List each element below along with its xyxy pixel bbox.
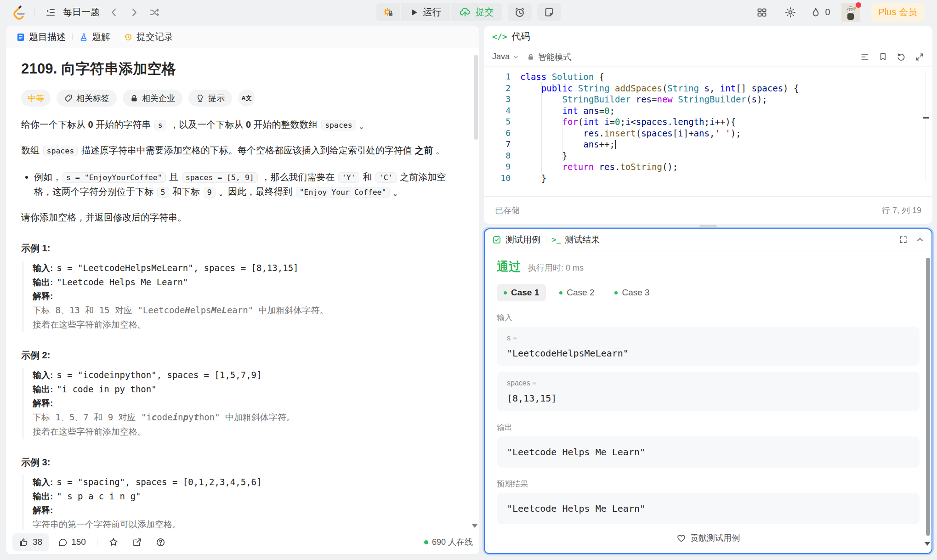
language-select[interactable]: Java (492, 52, 519, 62)
example-row-label: 输入: (33, 477, 53, 487)
like-button[interactable]: 38 (12, 533, 49, 551)
notification-dot (856, 2, 861, 8)
daily-question-label[interactable]: 每日一题 (63, 6, 100, 18)
code-line-text[interactable]: return res.toString(); (511, 161, 932, 173)
text-segment: } (520, 151, 568, 161)
code-line: 3 StringBuilder res=new StringBuilder(s)… (484, 94, 932, 105)
inline-code: 'C' (375, 172, 397, 183)
text-segment: ( (662, 83, 667, 93)
code-line-text[interactable]: int ans=0; (511, 105, 932, 117)
avatar[interactable] (841, 3, 860, 22)
text-segment: s = "LeetcodeHelpsMeLearn", spaces = [8,… (57, 263, 298, 273)
gear-icon[interactable] (782, 4, 799, 21)
problem-bullet: 例如，s = "EnjoyYourCoffee" 且 spaces = [5, … (34, 170, 459, 199)
inline-code: 5 (157, 187, 169, 198)
related-tags-button[interactable]: 相关标签 (57, 90, 117, 107)
text-segment: int (720, 83, 736, 93)
text-segment (594, 162, 599, 172)
code-line-text[interactable]: class Solution { (511, 71, 932, 83)
translate-button[interactable]: A文 (238, 90, 255, 107)
share-button[interactable] (128, 533, 147, 551)
text-segment: L (221, 305, 227, 315)
code-line-text[interactable]: StringBuilder res=new StringBuilder(s); (511, 94, 932, 105)
text-segment: ++; (599, 139, 615, 149)
line-number: 7 (484, 139, 511, 150)
text-segment: ans (583, 106, 599, 116)
case-tab-1[interactable]: Case 1 (497, 284, 546, 301)
case-tab-2[interactable]: Case 2 (552, 284, 601, 301)
text-segment: i (173, 412, 178, 422)
streak-counter[interactable]: 0 (810, 7, 830, 18)
code-line-text[interactable]: ans++; (511, 139, 932, 150)
collapse-panel-icon[interactable] (916, 236, 924, 244)
tab-testcase[interactable]: 测试用例 (492, 234, 540, 246)
code-editor[interactable]: 1class Solution {2 public String addSpac… (484, 67, 932, 196)
leetcode-logo-icon[interactable] (12, 5, 27, 20)
text-segment: StringBuilder (678, 94, 746, 104)
debug-button[interactable] (376, 3, 400, 21)
text-segment: y (188, 412, 193, 422)
tab-submissions[interactable]: 提交记录 (124, 31, 173, 43)
code-line-text[interactable]: } (511, 173, 932, 184)
code-line-text[interactable]: for(int i=0;i<spaces.length;i++){ (511, 116, 932, 128)
shuffle-icon[interactable] (146, 4, 163, 21)
help-button[interactable] (151, 533, 170, 551)
related-tags-label: 相关标签 (76, 93, 109, 104)
contribute-testcase-button[interactable]: 贡献测试用例 (497, 532, 920, 549)
text-segment: p (183, 412, 188, 422)
format-code-icon[interactable] (860, 52, 869, 62)
right-column: </> 代码 Java 智能模式 (484, 26, 932, 554)
text-segment: 0 (615, 117, 620, 127)
left-scrollbar-thumb[interactable] (474, 55, 478, 140)
related-companies-button[interactable]: 相关企业 (123, 90, 182, 107)
text-segment: = (610, 117, 615, 127)
tab-solutions[interactable]: 题解 (79, 31, 110, 43)
output-box: "Leetcode Helps Me Learn" (497, 436, 920, 468)
code-panel-header: </> 代码 (484, 26, 932, 47)
hint-button[interactable]: 提示 (188, 90, 232, 107)
field-value: "LeetcodeHelpsMeLearn" (507, 348, 909, 359)
panel-resize-handle[interactable] (484, 224, 932, 228)
output-value: "Leetcode Helps Me Learn" (507, 447, 909, 458)
text-segment: 给你一个下标从 (21, 119, 88, 130)
inline-code: spaces (43, 146, 78, 156)
example-row-label: 输出: (33, 492, 53, 501)
reset-code-icon[interactable] (897, 52, 906, 62)
text-segment: i (625, 117, 630, 127)
next-question-icon[interactable] (125, 4, 143, 21)
test-scrollbar-down-arrow[interactable] (925, 542, 930, 546)
text-segment: M (211, 305, 216, 315)
submit-button[interactable]: 提交 (451, 3, 502, 21)
timer-button[interactable] (508, 3, 532, 21)
flame-icon (810, 7, 821, 18)
note-button[interactable] (537, 3, 561, 21)
code-line-text[interactable]: } (511, 150, 932, 162)
example-block: 输入:s = "LeetcodeHelpsMeLearn", spaces = … (23, 261, 459, 332)
layout-grid-icon[interactable] (753, 4, 771, 21)
difficulty-badge: 中等 (21, 90, 51, 107)
problem-list-icon[interactable] (42, 4, 59, 21)
test-scrollbar-thumb[interactable] (926, 258, 930, 536)
tab-test-result[interactable]: >_ 测试结果 (552, 234, 600, 246)
left-scrollbar-down-arrow[interactable] (471, 524, 478, 528)
case-tab-3[interactable]: Case 3 (608, 284, 656, 301)
bookmark-icon[interactable] (879, 52, 887, 61)
code-line-text[interactable]: public String addSpaces(String s, int[] … (511, 83, 932, 94)
language-label: Java (492, 52, 510, 62)
comments-button[interactable]: 150 (53, 533, 91, 551)
code-line-text[interactable]: res.insert(spaces[i]+ans,' '); (511, 128, 932, 139)
text-segment: Solution (552, 72, 594, 82)
text-segment: insert (604, 128, 636, 138)
expand-editor-icon[interactable] (915, 52, 924, 62)
favorite-button[interactable] (104, 533, 123, 551)
prev-question-icon[interactable] (105, 4, 123, 21)
input-field-spaces[interactable]: spaces = [8,13,15] (497, 372, 920, 411)
code-icon: </> (492, 32, 507, 41)
run-button[interactable]: 运行 (401, 3, 450, 21)
smart-mode[interactable]: 智能模式 (527, 51, 571, 62)
plus-member-button[interactable]: Plus 会员 (871, 3, 925, 22)
tab-description[interactable]: 题目描述 (16, 31, 66, 43)
text-segment (546, 72, 551, 82)
fullscreen-icon[interactable] (899, 235, 908, 244)
input-field-s[interactable]: s = "LeetcodeHelpsMeLearn" (497, 327, 920, 366)
